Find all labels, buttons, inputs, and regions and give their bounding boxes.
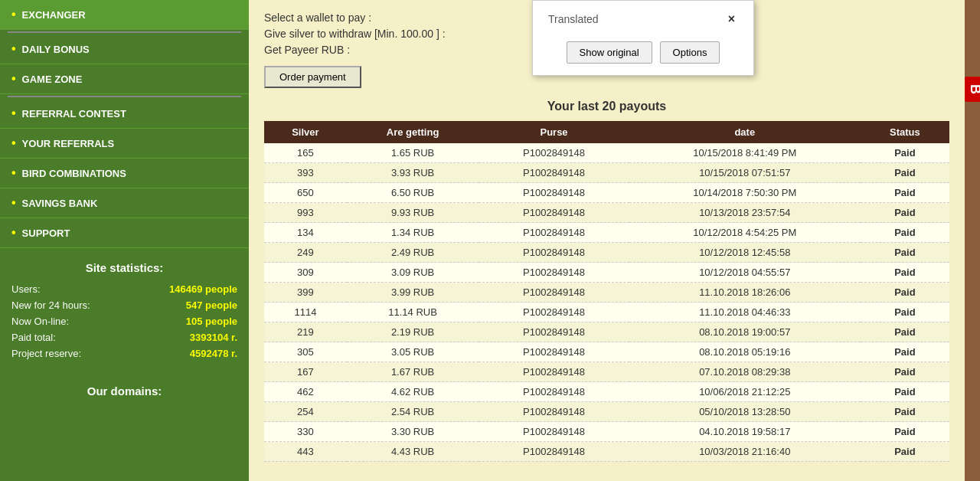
col-status: Status bbox=[861, 121, 949, 143]
table-row: 309 3.09 RUB P1002849148 10/12/2018 04:5… bbox=[264, 263, 949, 283]
cell-purse: P1002849148 bbox=[479, 422, 629, 442]
bullet-icon: • bbox=[11, 106, 16, 120]
main-content: Translated × Show original Options Selec… bbox=[249, 0, 965, 481]
table-row: 462 4.62 RUB P1002849148 10/06/2018 21:1… bbox=[264, 382, 949, 402]
bullet-icon: • bbox=[11, 136, 16, 150]
table-header: Silver Are getting Purse date Status bbox=[264, 121, 949, 143]
sidebar-item-bird-combinations[interactable]: • BIRD COMBINATIONS bbox=[0, 159, 249, 188]
sidebar-item-your-referrals[interactable]: • YOUR REFERRALS bbox=[0, 129, 249, 159]
sidebar: • EXCHANGER • DAILY BONUS • GAME ZONE • … bbox=[0, 0, 249, 481]
order-payment-button[interactable]: Order payment bbox=[264, 66, 361, 88]
close-button[interactable]: × bbox=[725, 12, 738, 26]
options-button[interactable]: Options bbox=[660, 41, 720, 64]
cell-status: Paid bbox=[861, 163, 949, 183]
cell-silver: 167 bbox=[264, 362, 347, 382]
cell-date: 10/14/2018 7:50:30 PM bbox=[629, 183, 861, 203]
cell-status: Paid bbox=[861, 422, 949, 442]
cell-purse: P1002849148 bbox=[479, 402, 629, 422]
payout-table: Silver Are getting Purse date Status 165… bbox=[264, 121, 949, 462]
cell-getting: 1.34 RUB bbox=[347, 223, 479, 243]
sidebar-item-game-zone[interactable]: • GAME ZONE bbox=[0, 64, 249, 94]
translation-popup: Translated × Show original Options bbox=[532, 0, 754, 76]
stat-users: Users: 146469 people bbox=[11, 283, 237, 295]
show-original-button[interactable]: Show original bbox=[567, 41, 652, 64]
popup-title: Translated bbox=[548, 13, 599, 25]
popup-header: Translated × bbox=[548, 12, 738, 26]
cell-status: Paid bbox=[861, 223, 949, 243]
table-row: 165 1.65 RUB P1002849148 10/15/2018 8:41… bbox=[264, 143, 949, 163]
table-row: 650 6.50 RUB P1002849148 10/14/2018 7:50… bbox=[264, 183, 949, 203]
table-row: 993 9.93 RUB P1002849148 10/13/2018 23:5… bbox=[264, 203, 949, 223]
red-tab[interactable]: В bbox=[965, 77, 980, 102]
cell-getting: 4.62 RUB bbox=[347, 382, 479, 402]
cell-purse: P1002849148 bbox=[479, 203, 629, 223]
cell-status: Paid bbox=[861, 263, 949, 283]
cell-date: 10/06/2018 21:12:25 bbox=[629, 382, 861, 402]
cell-silver: 393 bbox=[264, 163, 347, 183]
cell-purse: P1002849148 bbox=[479, 382, 629, 402]
nav-menu: • EXCHANGER • DAILY BONUS • GAME ZONE • … bbox=[0, 0, 249, 248]
cell-silver: 305 bbox=[264, 342, 347, 362]
users-value[interactable]: 146469 people bbox=[169, 283, 237, 295]
cell-status: Paid bbox=[861, 243, 949, 263]
cell-purse: P1002849148 bbox=[479, 183, 629, 203]
site-statistics: Site statistics: Users: 146469 people Ne… bbox=[0, 252, 249, 373]
cell-purse: P1002849148 bbox=[479, 322, 629, 342]
cell-purse: P1002849148 bbox=[479, 442, 629, 462]
cell-status: Paid bbox=[861, 442, 949, 462]
paid-value: 3393104 r. bbox=[190, 332, 237, 343]
cell-status: Paid bbox=[861, 322, 949, 342]
sidebar-item-referral-contest[interactable]: • REFERRAL CONTEST bbox=[0, 99, 249, 129]
cell-purse: P1002849148 bbox=[479, 143, 629, 163]
stat-reserve: Project reserve: 4592478 r. bbox=[11, 348, 237, 359]
sidebar-item-daily-bonus[interactable]: • DAILY BONUS bbox=[0, 34, 249, 64]
table-row: 1114 11.14 RUB P1002849148 11.10.2018 04… bbox=[264, 303, 949, 322]
table-row: 134 1.34 RUB P1002849148 10/12/2018 4:54… bbox=[264, 223, 949, 243]
cell-status: Paid bbox=[861, 382, 949, 402]
cell-getting: 1.65 RUB bbox=[347, 143, 479, 163]
cell-silver: 399 bbox=[264, 283, 347, 303]
table-row: 167 1.67 RUB P1002849148 07.10.2018 08:2… bbox=[264, 362, 949, 382]
cell-silver: 309 bbox=[264, 263, 347, 283]
cell-silver: 219 bbox=[264, 322, 347, 342]
table-row: 399 3.99 RUB P1002849148 11.10.2018 18:2… bbox=[264, 283, 949, 303]
users-label: Users: bbox=[11, 283, 41, 295]
cell-getting: 3.30 RUB bbox=[347, 422, 479, 442]
cell-silver: 650 bbox=[264, 183, 347, 203]
bullet-icon: • bbox=[11, 72, 16, 86]
cell-status: Paid bbox=[861, 402, 949, 422]
cell-silver: 993 bbox=[264, 203, 347, 223]
sidebar-item-savings-bank[interactable]: • SAVINGS BANK bbox=[0, 188, 249, 218]
site-stats-title: Site statistics: bbox=[11, 261, 237, 274]
cell-getting: 9.93 RUB bbox=[347, 203, 479, 223]
payout-section: Your last 20 payouts Silver Are getting … bbox=[264, 100, 949, 462]
cell-getting: 2.54 RUB bbox=[347, 402, 479, 422]
stat-paid: Paid total: 3393104 r. bbox=[11, 332, 237, 343]
cell-silver: 462 bbox=[264, 382, 347, 402]
col-getting: Are getting bbox=[347, 121, 479, 143]
bullet-icon: • bbox=[11, 8, 16, 21]
cell-getting: 2.19 RUB bbox=[347, 322, 479, 342]
cell-getting: 3.99 RUB bbox=[347, 283, 479, 303]
right-edge: В bbox=[965, 0, 980, 481]
sidebar-item-support[interactable]: • SUPPORT bbox=[0, 218, 249, 248]
cell-purse: P1002849148 bbox=[479, 303, 629, 322]
bullet-icon: • bbox=[11, 166, 16, 180]
cell-status: Paid bbox=[861, 362, 949, 382]
cell-purse: P1002849148 bbox=[479, 283, 629, 303]
cell-date: 10/03/2018 21:16:40 bbox=[629, 442, 861, 462]
payout-title: Your last 20 payouts bbox=[264, 100, 949, 113]
sidebar-item-exchanger[interactable]: • EXCHANGER bbox=[0, 0, 249, 30]
cell-purse: P1002849148 bbox=[479, 223, 629, 243]
cell-status: Paid bbox=[861, 183, 949, 203]
stat-new24: New for 24 hours: 547 people bbox=[11, 299, 237, 311]
online-label: Now On-line: bbox=[11, 316, 69, 327]
cell-date: 10/12/2018 04:55:57 bbox=[629, 263, 861, 283]
cell-purse: P1002849148 bbox=[479, 243, 629, 263]
cell-getting: 3.09 RUB bbox=[347, 263, 479, 283]
cell-date: 10/12/2018 4:54:25 PM bbox=[629, 223, 861, 243]
cell-date: 10/15/2018 8:41:49 PM bbox=[629, 143, 861, 163]
online-value[interactable]: 105 people bbox=[186, 316, 237, 327]
stat-online: Now On-line: 105 people bbox=[11, 316, 237, 327]
domains-title: Our domains: bbox=[11, 384, 237, 398]
